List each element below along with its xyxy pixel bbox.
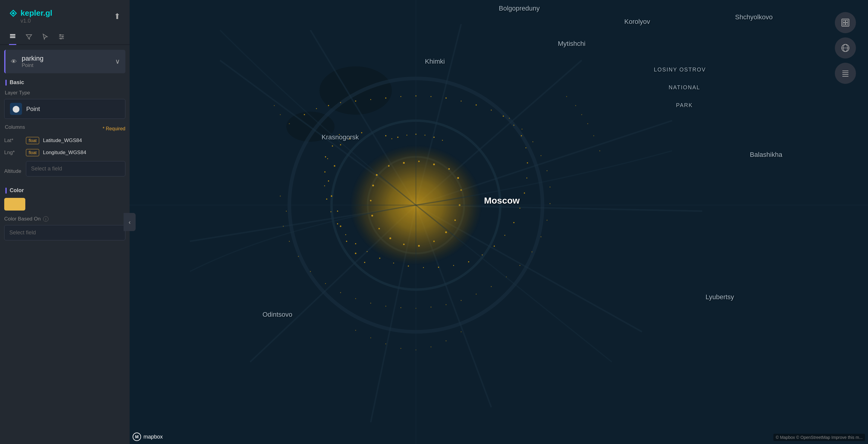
svg-point-44 <box>403 244 405 245</box>
required-label: * Required <box>102 126 125 131</box>
tab-layers[interactable] <box>9 29 16 45</box>
tab-filters[interactable] <box>25 29 33 45</box>
color-info-icon[interactable]: i <box>43 216 49 222</box>
svg-point-101 <box>324 185 325 186</box>
logo-row: kepler.gl <box>9 8 53 18</box>
svg-point-158 <box>385 344 386 345</box>
sidebar-header: kepler.gl v1.0 ⬆ <box>0 0 130 29</box>
lat-label: Lat* <box>4 138 22 144</box>
map-view-3d-button[interactable] <box>835 37 856 59</box>
mapbox-label: mapbox <box>144 434 163 440</box>
svg-point-34 <box>418 161 420 162</box>
svg-point-78 <box>521 135 522 136</box>
svg-point-134 <box>532 251 532 253</box>
svg-point-81 <box>527 178 527 179</box>
color-based-on-select[interactable]: Select field <box>4 225 125 240</box>
svg-point-140 <box>541 155 541 156</box>
altitude-label: Altitude <box>4 168 22 174</box>
svg-point-122 <box>355 298 356 299</box>
svg-point-108 <box>397 137 398 138</box>
svg-point-75 <box>491 110 492 111</box>
svg-point-86 <box>494 245 495 247</box>
lng-type-tag: float <box>26 149 39 156</box>
svg-point-130 <box>476 294 477 295</box>
svg-point-64 <box>328 105 329 106</box>
svg-point-50 <box>340 144 341 145</box>
layer-type-button[interactable]: ⬤ Point <box>4 99 125 119</box>
layer-visibility-toggle[interactable]: 👁 <box>11 58 17 65</box>
lng-value: Longitude_WGS84 <box>43 150 125 156</box>
svg-point-9 <box>60 34 61 36</box>
svg-point-153 <box>461 331 462 332</box>
svg-point-135 <box>541 236 541 237</box>
svg-point-76 <box>503 116 504 117</box>
map-attribution: © Mapbox © OpenStreetMap Improve this m.… <box>773 434 865 441</box>
svg-point-100 <box>326 199 327 200</box>
svg-point-152 <box>599 150 600 151</box>
layer-type-label: Point <box>22 62 115 68</box>
app-title: kepler.gl <box>21 8 53 18</box>
svg-point-73 <box>461 101 462 102</box>
columns-label: Columns <box>4 124 25 130</box>
svg-point-93 <box>393 263 394 264</box>
color-swatch[interactable] <box>4 198 25 211</box>
svg-point-79 <box>526 148 527 148</box>
svg-point-85 <box>504 235 505 236</box>
svg-point-48 <box>370 200 372 202</box>
tab-interactions[interactable] <box>41 29 49 45</box>
svg-point-10 <box>62 36 64 38</box>
svg-rect-3 <box>10 36 16 36</box>
layer-expand-icon[interactable]: ∨ <box>115 58 120 65</box>
svg-point-115 <box>286 211 287 212</box>
svg-point-72 <box>445 97 447 99</box>
svg-point-46 <box>378 228 380 230</box>
svg-point-94 <box>379 258 380 259</box>
svg-point-148 <box>575 105 576 106</box>
svg-point-54 <box>334 165 336 167</box>
svg-point-68 <box>385 97 386 99</box>
svg-point-95 <box>367 251 368 252</box>
mapbox-icon: M <box>133 433 141 441</box>
svg-point-119 <box>310 271 311 272</box>
svg-point-59 <box>346 241 347 242</box>
layer-name: parking <box>22 55 115 62</box>
upload-button[interactable]: ⬆ <box>114 12 121 21</box>
svg-point-141 <box>532 142 533 142</box>
svg-point-98 <box>337 223 338 225</box>
lat-type-tag: float <box>26 137 39 144</box>
basic-section: Basic Layer Type ⬤ Point Columns * Requi… <box>4 79 125 181</box>
svg-point-105 <box>339 134 340 135</box>
point-dot-icon: ⬤ <box>12 105 20 113</box>
svg-point-111 <box>425 135 426 136</box>
svg-rect-164 <box>843 20 845 22</box>
svg-point-118 <box>298 256 299 257</box>
svg-point-91 <box>423 267 424 268</box>
altitude-select[interactable]: Select a field <box>26 161 125 176</box>
panel-collapse-button[interactable]: ‹ <box>124 213 135 231</box>
sliders-icon <box>58 33 65 40</box>
map-area[interactable]: Bolgopreduny Korolyov Shchyolkovo Mytish… <box>130 0 868 444</box>
svg-point-160 <box>355 330 356 331</box>
svg-point-147 <box>566 96 567 97</box>
svg-point-37 <box>457 177 459 179</box>
svg-point-62 <box>304 114 305 115</box>
color-section: Color Color Based On i Select field <box>4 187 125 240</box>
layer-item-parking[interactable]: 👁 parking Point ∨ <box>4 50 125 73</box>
basic-section-title: Basic <box>4 79 125 86</box>
svg-point-123 <box>370 303 371 304</box>
svg-point-74 <box>475 105 477 106</box>
svg-point-96 <box>355 243 356 244</box>
columns-header: Columns * Required <box>4 124 125 133</box>
svg-point-113 <box>442 140 443 141</box>
map-legend-button[interactable] <box>835 63 856 84</box>
map-view-2d-button[interactable] <box>835 12 856 33</box>
svg-point-63 <box>316 108 317 109</box>
sidebar: kepler.gl v1.0 ⬆ <box>0 0 130 444</box>
altitude-field-row: Altitude Select a field <box>4 161 125 181</box>
tab-basemap[interactable] <box>58 29 65 45</box>
svg-point-138 <box>550 187 551 188</box>
svg-point-109 <box>407 135 407 136</box>
svg-point-43 <box>418 245 420 247</box>
svg-point-133 <box>520 265 521 266</box>
svg-point-51 <box>349 138 350 140</box>
